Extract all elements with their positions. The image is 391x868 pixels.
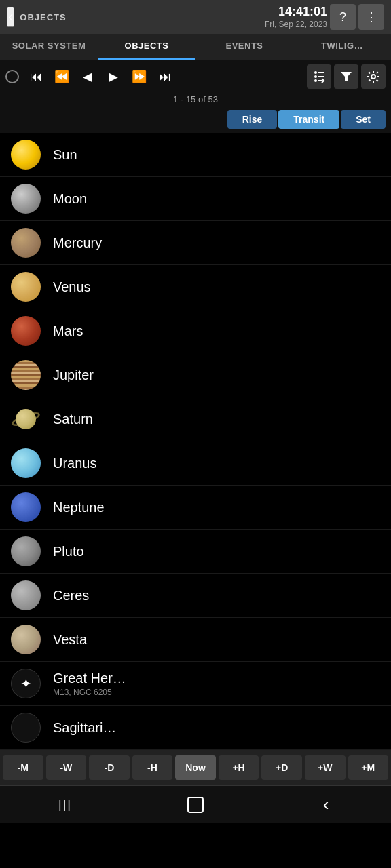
time-controls: -M -W -D -H Now +H +D +W +M xyxy=(0,750,391,785)
object-list: Sun Moon Mercury Venus Mars Jupiter xyxy=(0,133,391,750)
object-name: Pluto xyxy=(53,544,84,559)
tab-bar: SOLAR SYSTEM OBJECTS EVENTS TWILIG… xyxy=(0,34,391,60)
sun-icon xyxy=(11,140,41,170)
object-info: Neptune xyxy=(53,500,105,515)
header-left: ‹ OBJECTS xyxy=(7,7,67,27)
list-item[interactable]: Jupiter xyxy=(0,353,391,397)
back-button[interactable]: ‹ xyxy=(7,7,14,27)
skip-back-button[interactable]: ⏮ xyxy=(24,65,48,88)
object-sub: M13, NGC 6205 xyxy=(53,688,126,697)
now-button[interactable]: Now xyxy=(175,755,216,780)
mercury-icon xyxy=(11,228,41,258)
tab-twilight[interactable]: TWILIG… xyxy=(293,34,391,60)
controls-right xyxy=(307,64,386,89)
app-header: ‹ OBJECTS 14:41:01 Fri, Sep 22, 2023 ? ⋮ xyxy=(0,0,391,34)
minus-d-button[interactable]: -D xyxy=(89,755,130,780)
saturn-icon xyxy=(11,404,41,434)
time-display: 14:41:01 Fri, Sep 22, 2023 xyxy=(265,5,327,29)
menu-button[interactable]: ⋮ xyxy=(358,4,384,30)
object-info: Mercury xyxy=(53,235,102,251)
list-item[interactable]: Great Her… M13, NGC 6205 xyxy=(0,662,391,706)
svg-point-2 xyxy=(314,79,317,82)
object-info: Vesta xyxy=(53,632,87,648)
page-count: 1 - 15 of 53 xyxy=(0,93,391,107)
plus-m-button[interactable]: +M xyxy=(348,755,389,780)
object-name: Moon xyxy=(53,191,87,207)
header-title: OBJECTS xyxy=(20,12,66,22)
minus-h-button[interactable]: -H xyxy=(132,755,173,780)
nav-back-button[interactable]: ‹ xyxy=(299,786,353,823)
list-item[interactable]: Vesta xyxy=(0,618,391,662)
object-name: Jupiter xyxy=(53,368,94,383)
current-date: Fri, Sep 22, 2023 xyxy=(265,20,327,29)
object-info: Venus xyxy=(53,279,91,295)
plus-w-button[interactable]: +W xyxy=(305,755,346,780)
nav-home-button[interactable] xyxy=(168,786,223,823)
object-name: Great Her… xyxy=(53,671,126,686)
plus-h-button[interactable]: +H xyxy=(219,755,259,780)
nav-home-icon xyxy=(187,797,204,813)
sort-button[interactable] xyxy=(307,64,331,89)
list-item[interactable]: Saturn xyxy=(0,397,391,441)
list-item[interactable]: Neptune xyxy=(0,486,391,530)
uranus-icon xyxy=(11,448,41,478)
object-name: Mercury xyxy=(53,235,102,251)
object-info: Saturn xyxy=(53,412,93,427)
list-item[interactable]: Moon xyxy=(0,177,391,221)
object-info: Sagittari… xyxy=(53,720,116,736)
minus-w-button[interactable]: -W xyxy=(46,755,87,780)
filter-button[interactable] xyxy=(334,64,358,89)
fast-forward-button[interactable]: ⏩ xyxy=(128,65,151,88)
rts-header: Rise Transit Set xyxy=(0,107,391,133)
settings-button[interactable] xyxy=(361,64,386,89)
jupiter-icon xyxy=(11,360,41,390)
current-time: 14:41:01 xyxy=(265,5,327,20)
object-name: Vesta xyxy=(53,632,87,648)
nav-bar: ||| ‹ xyxy=(0,785,391,823)
play-button[interactable]: ▶ xyxy=(102,65,125,88)
svg-point-0 xyxy=(314,75,317,78)
tab-objects[interactable]: OBJECTS xyxy=(98,34,196,60)
skip-forward-button[interactable]: ⏭ xyxy=(153,65,176,88)
pluto-icon xyxy=(11,536,41,566)
great-her-icon xyxy=(11,669,41,698)
minus-m-button[interactable]: -M xyxy=(3,755,43,780)
object-info: Mars xyxy=(53,323,83,339)
status-circle xyxy=(5,70,19,83)
list-item[interactable]: Mars xyxy=(0,309,391,353)
object-name: Saturn xyxy=(53,412,93,427)
list-item[interactable]: Venus xyxy=(0,265,391,309)
set-button[interactable]: Set xyxy=(341,110,386,129)
transit-button[interactable]: Transit xyxy=(278,110,339,129)
help-button[interactable]: ? xyxy=(330,4,356,30)
nav-menu-button[interactable]: ||| xyxy=(38,786,92,823)
svg-point-1 xyxy=(314,71,317,74)
object-name: Sagittari… xyxy=(53,720,116,736)
plus-d-button[interactable]: +D xyxy=(261,755,302,780)
object-info: Pluto xyxy=(53,544,84,559)
step-back-button[interactable]: ◀ xyxy=(76,65,99,88)
svg-marker-6 xyxy=(341,72,352,81)
header-right: 14:41:01 Fri, Sep 22, 2023 ? ⋮ xyxy=(265,4,384,30)
tab-solar-system[interactable]: SOLAR SYSTEM xyxy=(0,34,98,60)
list-item[interactable]: Sagittari… xyxy=(0,706,391,750)
object-name: Ceres xyxy=(53,588,89,604)
list-item[interactable]: Uranus xyxy=(0,441,391,486)
nav-menu-icon: ||| xyxy=(58,797,72,812)
object-name: Uranus xyxy=(53,456,96,471)
moon-icon xyxy=(11,184,41,214)
mars-icon xyxy=(11,316,41,346)
neptune-icon xyxy=(11,492,41,522)
rise-button[interactable]: Rise xyxy=(227,110,278,129)
object-info: Ceres xyxy=(53,588,89,604)
object-info: Jupiter xyxy=(53,368,94,383)
nav-back-icon: ‹ xyxy=(323,794,329,815)
list-item[interactable]: Pluto xyxy=(0,530,391,574)
list-item[interactable]: Ceres xyxy=(0,574,391,618)
rewind-button[interactable]: ⏪ xyxy=(50,65,73,88)
tab-events[interactable]: EVENTS xyxy=(196,34,293,60)
list-item[interactable]: Mercury xyxy=(0,221,391,265)
object-info: Moon xyxy=(53,191,87,207)
venus-icon xyxy=(11,272,41,302)
list-item[interactable]: Sun xyxy=(0,133,391,177)
